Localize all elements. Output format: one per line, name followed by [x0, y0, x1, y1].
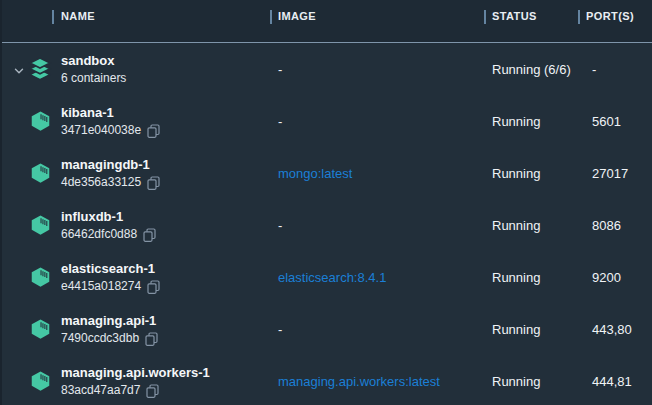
status-text: Running (6/6)	[492, 62, 571, 77]
container-id: 4de356a33125	[61, 175, 141, 190]
status-text: Running	[492, 218, 540, 233]
name-cell: managingdb-1 4de356a33125	[0, 147, 270, 199]
ports-cell: 444,81	[578, 374, 652, 389]
ports-text: 9200	[592, 270, 621, 285]
table-row[interactable]: kibana-1 3471e040038e - Running 5601	[0, 95, 652, 147]
name-text: managing.api.workers-1 83acd47aa7d7	[61, 364, 210, 398]
copy-icon[interactable]	[146, 384, 159, 398]
ports-cell: 27017	[578, 166, 652, 181]
ports-text: 443,80	[592, 322, 632, 337]
container-id: 3471e040038e	[61, 123, 141, 138]
image-cell: mongo:latest	[270, 166, 484, 181]
image-cell: -	[270, 322, 484, 337]
column-header-label: NAME	[61, 9, 95, 23]
image-value: -	[278, 322, 282, 337]
ports-cell: 443,80	[578, 322, 652, 337]
container-cube-icon	[28, 317, 52, 341]
image-value: -	[278, 218, 282, 233]
column-divider	[484, 10, 486, 24]
status-text: Running	[492, 374, 540, 389]
copy-icon[interactable]	[143, 228, 156, 242]
container-name: managing.api-1	[61, 312, 158, 329]
status-cell: Running	[484, 270, 578, 285]
image-link[interactable]: elasticsearch:8.4.1	[278, 270, 386, 285]
image-cell: -	[270, 114, 484, 129]
name-text: sandbox 6 containers	[61, 52, 126, 86]
ports-text: 444,81	[592, 374, 632, 389]
status-text: Running	[492, 166, 540, 181]
name-cell: managing.api.workers-1 83acd47aa7d7	[0, 355, 270, 405]
copy-icon[interactable]	[147, 124, 160, 138]
container-cube-icon	[28, 213, 52, 237]
column-divider	[578, 10, 580, 24]
name-cell: elasticsearch-1 e4415a018274	[0, 251, 270, 303]
image-link[interactable]: mongo:latest	[278, 166, 352, 181]
table-row[interactable]: elasticsearch-1 e4415a018274 elasticsear…	[0, 251, 652, 303]
name-cell: influxdb-1 66462dfc0d88	[0, 199, 270, 251]
container-name: influxdb-1	[61, 208, 156, 225]
container-name: kibana-1	[61, 104, 160, 121]
image-cell: managing.api.workers:latest	[270, 374, 484, 389]
column-header-label: IMAGE	[278, 9, 316, 23]
name-text: managingdb-1 4de356a33125	[61, 156, 160, 190]
name-cell: kibana-1 3471e040038e	[0, 95, 270, 147]
container-cube-icon	[28, 161, 52, 185]
column-header-ports[interactable]: PORT(S)	[578, 0, 652, 42]
column-header-status[interactable]: STATUS	[484, 0, 578, 42]
container-id: e4415a018274	[61, 279, 141, 294]
image-cell: -	[270, 62, 484, 77]
name-text: kibana-1 3471e040038e	[61, 104, 160, 138]
container-name: elasticsearch-1	[61, 260, 160, 277]
image-value: -	[278, 62, 282, 77]
status-text: Running	[492, 322, 540, 337]
image-cell: -	[270, 218, 484, 233]
ports-text: 8086	[592, 218, 621, 233]
container-name: sandbox	[61, 52, 126, 69]
status-cell: Running	[484, 322, 578, 337]
container-id: 66462dfc0d88	[61, 227, 137, 242]
ports-cell: 8086	[578, 218, 652, 233]
ports-cell: 9200	[578, 270, 652, 285]
status-cell: Running	[484, 114, 578, 129]
status-cell: Running (6/6)	[484, 62, 578, 77]
name-text: managing.api-1 7490ccdc3dbb	[61, 312, 158, 346]
table-row[interactable]: managing.api-1 7490ccdc3dbb - Running 4	[0, 303, 652, 355]
ports-text: -	[592, 62, 596, 77]
ports-cell: 5601	[578, 114, 652, 129]
table-body: sandbox 6 containers - Running (6/6) -	[0, 43, 652, 405]
copy-icon[interactable]	[145, 332, 158, 346]
column-header-name[interactable]: NAME	[0, 0, 270, 42]
chevron-down-icon[interactable]	[13, 63, 25, 75]
image-value: -	[278, 114, 282, 129]
table-row[interactable]: sandbox 6 containers - Running (6/6) -	[0, 43, 652, 95]
status-cell: Running	[484, 166, 578, 181]
name-cell: sandbox 6 containers	[0, 43, 270, 95]
status-text: Running	[492, 270, 540, 285]
container-name: managing.api.workers-1	[61, 364, 210, 381]
column-divider	[52, 10, 54, 24]
container-cube-icon	[28, 369, 52, 393]
container-id: 7490ccdc3dbb	[61, 331, 139, 346]
name-cell: managing.api-1 7490ccdc3dbb	[0, 303, 270, 355]
status-cell: Running	[484, 218, 578, 233]
ports-cell: -	[578, 62, 652, 77]
column-header-image[interactable]: IMAGE	[270, 0, 484, 42]
name-text: elasticsearch-1 e4415a018274	[61, 260, 160, 294]
image-link[interactable]: managing.api.workers:latest	[278, 374, 440, 389]
column-divider	[270, 10, 272, 24]
copy-icon[interactable]	[147, 280, 160, 294]
table-header: NAME IMAGE STATUS PORT(S)	[0, 0, 652, 43]
column-header-label: STATUS	[492, 9, 537, 23]
column-header-label: PORT(S)	[586, 9, 634, 23]
ports-text: 5601	[592, 114, 621, 129]
copy-icon[interactable]	[147, 176, 160, 190]
containers-table: NAME IMAGE STATUS PORT(S)	[0, 0, 652, 405]
table-row[interactable]: managingdb-1 4de356a33125 mongo:latest R…	[0, 147, 652, 199]
ports-text: 27017	[592, 166, 628, 181]
container-name: managingdb-1	[61, 156, 160, 173]
table-row[interactable]: influxdb-1 66462dfc0d88 - Running 8086	[0, 199, 652, 251]
table-row[interactable]: managing.api.workers-1 83acd47aa7d7 mana…	[0, 355, 652, 405]
container-id: 6 containers	[61, 71, 126, 86]
image-cell: elasticsearch:8.4.1	[270, 270, 484, 285]
name-text: influxdb-1 66462dfc0d88	[61, 208, 156, 242]
